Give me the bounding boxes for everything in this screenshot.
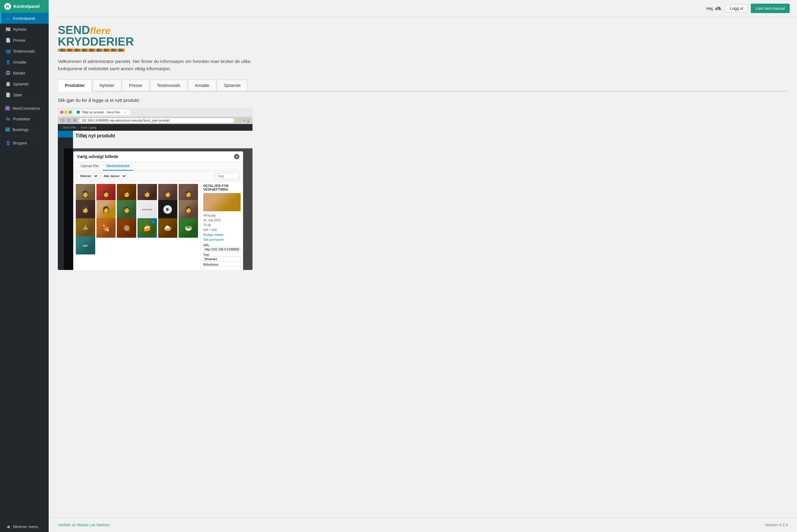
developer-link[interactable]: Utviklet av Matias Lie-Nielsen <box>58 522 110 527</box>
modal-close-button[interactable]: ✕ <box>234 154 239 159</box>
address-input[interactable]: 192.168.0.9:8888/[fr-/wp-admin/post-new.… <box>79 118 234 123</box>
sidebar-item-brugere[interactable]: 👤 Brugere <box>0 137 49 148</box>
details-filename: sfroig.jpg <box>203 214 216 217</box>
food-icon-5: 🍛 <box>158 218 178 238</box>
search-input[interactable] <box>215 173 239 179</box>
tab-ansatte[interactable]: Ansatte <box>188 80 216 91</box>
media-thumb-8[interactable]: 👩 <box>96 200 116 220</box>
media-thumb-food-1[interactable]: 🍲 <box>76 218 95 238</box>
tab-produkter[interactable]: Produkter <box>58 80 92 92</box>
tab-nyheter[interactable]: Nyheter <box>92 80 122 91</box>
main-area: Hej, sfk. Logg ut Last ned manual SENDfl… <box>49 0 797 532</box>
billedtekst-input[interactable] <box>203 266 241 270</box>
back-button[interactable]: ‹ <box>60 118 65 123</box>
tab-testimonials[interactable]: Testimonials <box>150 80 187 91</box>
modal-tab-library[interactable]: Mediebibliotek <box>103 162 133 171</box>
food-icon-2: 🍖 <box>96 218 116 238</box>
modal-header: Vælg udvalgt billede ✕ <box>73 151 243 162</box>
sidebar-item-testimonials[interactable]: 👥 Testimonials <box>0 45 49 57</box>
media-thumb-food-4[interactable]: 🍰✓ <box>137 218 157 238</box>
last-ned-manual-button[interactable]: Last ned manual <box>751 4 790 13</box>
tab-presse[interactable]: Presse <box>122 80 149 91</box>
details-delete-link[interactable]: Slet permanent <box>203 238 241 242</box>
url-label: URL <box>203 244 241 247</box>
nav-buttons: ‹ › ↺ <box>60 118 77 123</box>
forward-button[interactable]: › <box>66 118 71 123</box>
media-thumb-video[interactable] <box>158 200 178 220</box>
logo-area: SENDflere KRYDDERIER <box>58 24 788 52</box>
title-input[interactable] <box>203 256 241 262</box>
details-title: DETALJER FOR VEDHÆFTNING <box>203 184 241 191</box>
sidebar-label-bookings: Bookings <box>13 127 29 132</box>
sidebar-item-bileder[interactable]: 🖼 Bileder <box>0 68 49 78</box>
sidebar-label-brugere: Brugere <box>13 141 27 145</box>
woocommerce-icon: W <box>5 106 10 111</box>
sidebar-item-nyheter[interactable]: 📰 Nyheter <box>0 24 49 35</box>
media-grid: 👩 👩 👩 👩 👩 👩 👩 👩 <box>73 182 201 254</box>
details-url-field: URL <box>203 244 241 252</box>
bileder-icon: 🖼 <box>5 70 11 76</box>
refresh-button[interactable]: ↺ <box>72 118 77 123</box>
play-button[interactable] <box>163 205 172 214</box>
details-info: sfroig.jpg 26. maj 2015 75 kB 600 × 600 … <box>203 213 241 242</box>
sidebar-item-sider[interactable]: 📑 Sider <box>0 89 49 100</box>
video-screenshot: Tilføj nyt produkt - Send Fler... ✕ + ‹ … <box>58 108 253 270</box>
details-edit-link[interactable]: Rediger billede <box>203 232 241 238</box>
media-thumb-logo[interactable]: SFK <box>76 236 95 255</box>
spiseriet-icon: 📋 <box>5 81 11 87</box>
tab-close: ✕ <box>124 111 127 114</box>
footer: Utviklet av Matias Lie-Nielsen Version 4… <box>49 517 797 532</box>
sidebar-item-bookings[interactable]: 10 Bookings <box>0 124 49 135</box>
filter-date-select[interactable]: Alle datoer <box>100 173 127 179</box>
filter-type-select[interactable]: Billeder <box>77 173 98 179</box>
brugere-icon: 👤 <box>5 140 11 146</box>
content-area: SENDflere KRYDDERIER Velkommen til admin… <box>49 17 797 517</box>
media-thumb-11[interactable]: 👩 <box>179 200 198 220</box>
face-icon-9: 👩 <box>117 200 136 220</box>
face-icon-7: 👩 <box>76 200 95 220</box>
sidebar-label-sider: Sider <box>13 93 22 97</box>
logo-send: SEND <box>58 24 90 37</box>
sidebar-label-ansatte: Ansatte <box>13 60 26 64</box>
wp-logo-icon: W <box>4 3 11 10</box>
topbar: Hej, sfk. Logg ut Last ned manual <box>49 0 797 17</box>
greeting-text: Hej, sfk. <box>706 6 722 11</box>
media-thumb-7[interactable]: 👩 <box>76 200 95 220</box>
sidebar-label-woocommerce: WooCommerce <box>13 106 40 111</box>
nyheter-icon: 📰 <box>5 26 11 32</box>
sidebar-item-woocommerce[interactable]: W WooCommerce <box>0 103 49 113</box>
sidebar-header[interactable]: W Kontrolpanel <box>0 0 49 13</box>
title-label: Titel <box>203 253 241 256</box>
media-thumb-10[interactable]: ★★★★★ <box>137 200 157 220</box>
sidebar-item-minimer[interactable]: ◀ Minimer menu <box>0 521 49 532</box>
testimonials-icon: 👥 <box>5 48 11 54</box>
wp-toolbar-text: ⌂ Send Fler... · Kom i gang <box>60 126 96 129</box>
sidebar-item-kontrolpanel[interactable]: ⌂ Kontrolpanel <box>0 13 49 24</box>
modal-filters: Billeder Alle datoer <box>73 171 243 182</box>
media-thumb-9[interactable]: 👩 <box>117 200 136 220</box>
logg-ut-button[interactable]: Logg ut <box>725 4 748 13</box>
wp-page-title: Tilføj nyt produkt <box>75 133 250 139</box>
modal-tab-upload[interactable]: Upload filer <box>77 162 103 171</box>
logo-flere: flere <box>90 25 111 36</box>
sidebar-label-kontrolpanel: Kontrolpanel <box>13 16 35 21</box>
media-thumb-food-5[interactable]: 🍛 <box>158 218 178 238</box>
food-icon-6: 🥗 <box>179 218 198 238</box>
sidebar-item-ansatte[interactable]: 👤 Ansatte <box>0 57 49 68</box>
produkter-icon: 🛍 <box>5 116 11 121</box>
media-thumb-food-2[interactable]: 🍖 <box>96 218 116 238</box>
version-text: Version 4.2.4 <box>765 522 788 527</box>
face-icon-8: 👩 <box>96 200 116 220</box>
sidebar-label-spiseriet: Spiseriet <box>13 82 29 86</box>
sidebar-label-testimonials: Testimonials <box>13 49 35 54</box>
sidebar-item-presse[interactable]: 📄 Presse <box>0 35 49 45</box>
media-thumb-food-6[interactable]: 🥗 <box>179 218 198 238</box>
browser-icons: ⭐ ↓ ⚙ 🔒 <box>236 119 250 122</box>
welcome-text: Velkommen til administrator panelet. Her… <box>58 58 271 72</box>
media-thumb-food-3[interactable]: 🥘 <box>117 218 136 238</box>
tab-spiseriet[interactable]: Spiseriet <box>217 80 247 91</box>
url-input[interactable] <box>203 247 241 252</box>
sidebar-divider <box>0 101 49 102</box>
sidebar-item-spiseriet[interactable]: 📋 Spiseriet <box>0 78 49 89</box>
sidebar-item-produkter[interactable]: 🛍 Produkter <box>0 113 49 124</box>
